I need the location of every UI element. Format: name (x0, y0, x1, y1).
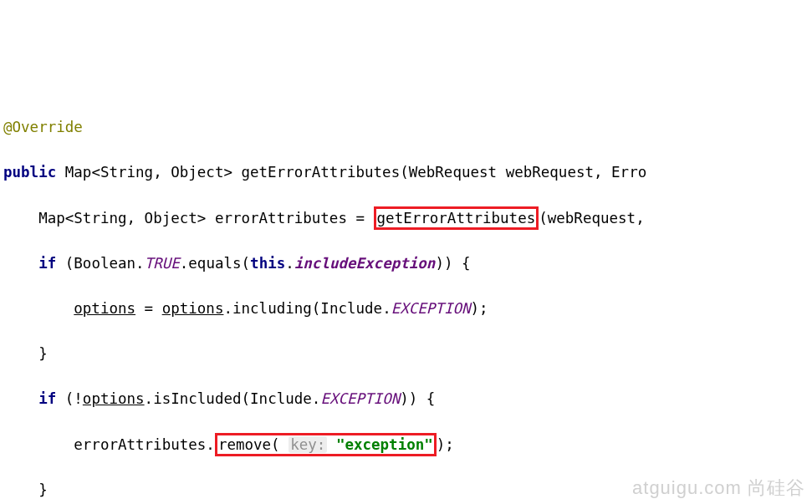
const: TRUE (145, 255, 180, 272)
type: Map (65, 164, 92, 181)
method: including (232, 300, 312, 317)
var: errorAttributes (215, 210, 347, 227)
code-editor[interactable]: @Override public Map<String, Object> get… (3, 94, 812, 504)
method-name: getErrorAttributes (242, 164, 401, 181)
const: EXCEPTION (320, 390, 400, 407)
const: EXCEPTION (391, 300, 471, 317)
arg: webRequest (548, 210, 636, 227)
var: options (162, 300, 224, 317)
type: Include (320, 300, 382, 317)
keyword-if: if (38, 255, 56, 272)
method-call: getErrorAttributes (377, 210, 536, 227)
code-line: @Override (3, 116, 812, 139)
code-line: errorAttributes.remove( key: "exception"… (3, 433, 812, 456)
type: Include (250, 390, 312, 407)
code-line: if (Boolean.TRUE.equals(this.includeExce… (3, 252, 812, 275)
code-line: public Map<String, Object> getErrorAttri… (3, 161, 812, 184)
type: Erro (611, 164, 646, 181)
inlay-hint: key: (289, 436, 327, 453)
type: Map (38, 210, 65, 227)
type: Object (171, 164, 223, 181)
field: includeException (294, 255, 436, 272)
type: Object (145, 210, 197, 227)
code-line: Map<String, Object> errorAttributes = ge… (3, 206, 812, 230)
type: String (74, 210, 126, 227)
keyword-this: this (250, 255, 285, 272)
param: webRequest (506, 164, 594, 181)
annotation: @Override (3, 119, 83, 135)
string: "exception" (336, 436, 433, 453)
code-line: } (3, 343, 812, 365)
keyword-public: public (3, 164, 56, 181)
var: errorAttributes (74, 436, 206, 453)
type: Boolean (74, 255, 135, 272)
method: isIncluded (153, 390, 241, 407)
code-line: if (!options.isIncluded(Include.EXCEPTIO… (3, 388, 812, 410)
watermark: atguigu.com 尚硅谷 (632, 476, 805, 499)
type: String (100, 164, 153, 181)
keyword-if: if (38, 390, 56, 407)
var: options (74, 300, 135, 317)
method: remove (218, 436, 271, 453)
type: WebRequest (409, 164, 497, 181)
highlight-box: getErrorAttributes (374, 206, 539, 230)
code-line: options = options.including(Include.EXCE… (3, 298, 812, 320)
var: options (83, 390, 145, 407)
method: equals (188, 255, 241, 272)
highlight-box: remove( key: "exception" (215, 433, 437, 456)
